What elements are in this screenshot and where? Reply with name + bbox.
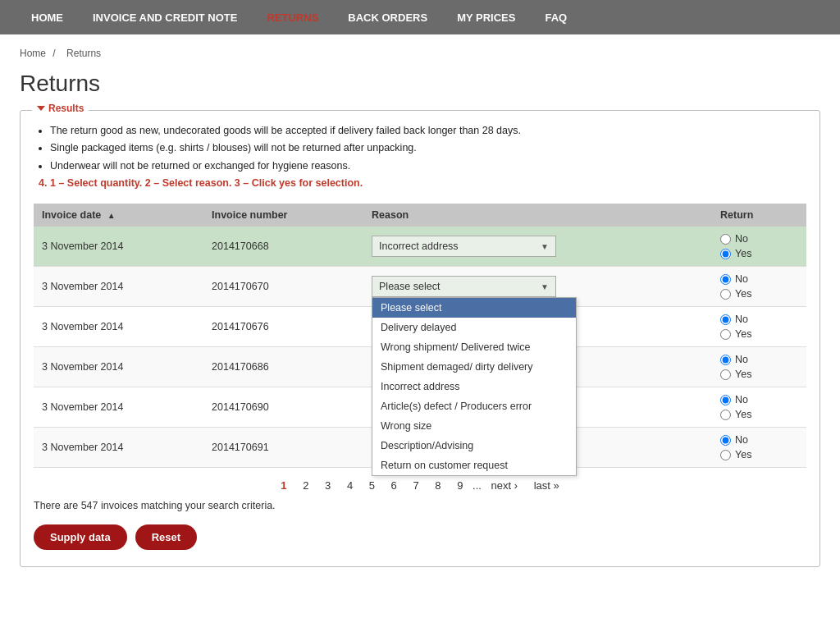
return-cell-6: No Yes (712, 428, 806, 468)
breadcrumb-separator: / (52, 48, 55, 59)
invoice-date-1: 3 November 2014 (34, 227, 203, 267)
dropdown-option-delivery-delayed[interactable]: Delivery delayed (372, 318, 576, 337)
page-9[interactable]: 9 (452, 478, 468, 493)
info-item-2: Single packaged items (e.g. shirts / blo… (50, 140, 806, 157)
radio-group-6: No Yes (720, 434, 798, 460)
invoice-number-1: 2014170668 (203, 227, 363, 267)
nav-faq[interactable]: FAQ (530, 0, 582, 34)
invoice-date-5: 3 November 2014 (34, 387, 203, 428)
radio-yes-4[interactable]: Yes (720, 369, 751, 380)
action-buttons: Supply data Reset (34, 524, 806, 550)
info-item-3: Underwear will not be returned or exchan… (50, 158, 806, 175)
radio-group-5: No Yes (720, 394, 798, 420)
dropdown-option-return-customer[interactable]: Return on customer request (372, 456, 576, 475)
page-7[interactable]: 7 (408, 478, 423, 493)
radio-group-1: No Yes (720, 233, 798, 259)
th-invoice-date[interactable]: Invoice date ▲ (34, 204, 203, 227)
radio-no-1[interactable]: No (720, 233, 748, 245)
radio-yes-6[interactable]: Yes (720, 449, 751, 460)
dropdown-arrow-2: ▼ (541, 282, 549, 291)
dropdown-option-wrong-shipment[interactable]: Wrong shipment/ Delivered twice (372, 337, 576, 357)
pagination-last[interactable]: last » (529, 478, 564, 493)
invoice-date-6: 3 November 2014 (34, 428, 203, 468)
th-return: Return (712, 204, 806, 227)
invoice-date-2: 3 November 2014 (34, 267, 203, 307)
reason-dropdown-1[interactable]: Incorrect address ▼ (372, 236, 556, 257)
radio-no-5[interactable]: No (720, 394, 748, 405)
radio-yes-3[interactable]: Yes (720, 328, 751, 340)
dropdown-option-wrong-size[interactable]: Wrong size (372, 416, 576, 436)
radio-yes-2[interactable]: Yes (720, 288, 751, 300)
collapse-icon[interactable] (37, 106, 45, 111)
dropdown-option-incorrect-address[interactable]: Incorrect address (372, 377, 576, 396)
reset-button[interactable]: Reset (135, 524, 197, 550)
page-6[interactable]: 6 (386, 478, 402, 493)
breadcrumb: Home / Returns (20, 48, 820, 59)
page-4[interactable]: 4 (342, 478, 358, 493)
radio-yes-5[interactable]: Yes (720, 409, 751, 420)
page-8[interactable]: 8 (430, 478, 445, 493)
invoice-date-4: 3 November 2014 (34, 347, 203, 387)
results-legend: Results (32, 103, 89, 114)
th-invoice-number: Invoice number (203, 204, 363, 227)
results-panel: Results The return good as new, undecora… (20, 110, 820, 567)
breadcrumb-home[interactable]: Home (20, 48, 46, 59)
return-cell-5: No Yes (712, 387, 806, 428)
nav-my-prices[interactable]: MY PRICES (442, 0, 530, 34)
navigation: HOME INVOICE AND CREDIT NOTE RETURNS BAC… (0, 0, 840, 34)
radio-group-3: No Yes (720, 314, 798, 340)
match-text: There are 547 invoices matching your sea… (34, 500, 806, 511)
radio-yes-1[interactable]: Yes (720, 248, 751, 259)
nav-invoice[interactable]: INVOICE AND CREDIT NOTE (78, 0, 252, 34)
radio-no-3[interactable]: No (720, 314, 748, 325)
info-list: The return good as new, undecorated good… (34, 122, 806, 192)
page-5[interactable]: 5 (364, 478, 380, 493)
dropdown-option-article-defect[interactable]: Article(s) defect / Producers error (372, 396, 576, 416)
radio-no-4[interactable]: No (720, 354, 748, 365)
pagination: 1 2 3 4 5 6 7 8 9 ... next › last » (34, 478, 806, 493)
return-cell-2: No Yes (712, 267, 806, 307)
reason-dropdown-header-2[interactable]: Please select ▼ (372, 276, 556, 297)
nav-home[interactable]: HOME (16, 0, 78, 34)
invoice-date-3: 3 November 2014 (34, 307, 203, 347)
invoice-number-5: 2014170690 (203, 387, 363, 428)
table-row: 3 November 2014 2014170668 Incorrect add… (34, 227, 806, 267)
page-title: Returns (20, 71, 820, 97)
page-3[interactable]: 3 (320, 478, 336, 493)
reason-cell-1: Incorrect address ▼ (363, 227, 712, 267)
radio-no-2[interactable]: No (720, 273, 748, 285)
sort-icon: ▲ (107, 211, 116, 220)
invoice-table: Invoice date ▲ Invoice number Reason Ret… (34, 204, 806, 468)
invoice-number-4: 2014170686 (203, 347, 363, 387)
dropdown-option-description[interactable]: Description/Advising (372, 436, 576, 456)
breadcrumb-current: Returns (66, 48, 101, 59)
return-cell-1: No Yes (712, 227, 806, 267)
radio-group-4: No Yes (720, 354, 798, 380)
reason-cell-2: Please select ▼ Please select Delivery d… (363, 267, 712, 307)
return-cell-3: No Yes (712, 307, 806, 347)
table-row: 3 November 2014 2014170670 Please select… (34, 267, 806, 307)
page-2[interactable]: 2 (298, 478, 313, 493)
supply-data-button[interactable]: Supply data (34, 524, 127, 550)
nav-back-orders[interactable]: BACK ORDERS (333, 0, 442, 34)
page-content: Home / Returns Returns Results The retur… (0, 34, 840, 632)
nav-returns[interactable]: RETURNS (252, 0, 333, 34)
invoice-number-3: 2014170676 (203, 307, 363, 347)
invoice-number-2: 2014170670 (203, 267, 363, 307)
radio-no-6[interactable]: No (720, 434, 748, 446)
pagination-ellipsis: ... (472, 479, 484, 492)
dropdown-option-please-select[interactable]: Please select (372, 298, 576, 318)
th-reason: Reason (363, 204, 712, 227)
reason-dropdown-2[interactable]: Please select ▼ Please select Delivery d… (372, 276, 556, 297)
return-cell-4: No Yes (712, 347, 806, 387)
radio-group-2: No Yes (720, 273, 798, 300)
invoice-number-6: 2014170691 (203, 428, 363, 468)
dropdown-option-shipment-damaged[interactable]: Shipment demaged/ dirty delivery (372, 357, 576, 377)
reason-dropdown-list-2: Please select Delivery delayed Wrong shi… (372, 297, 577, 476)
info-steps: 1 – Select quantity. 2 – Select reason. … (50, 175, 806, 192)
dropdown-arrow-1: ▼ (541, 242, 549, 251)
page-1[interactable]: 1 (276, 478, 291, 493)
pagination-next[interactable]: next › (486, 478, 523, 493)
reason-dropdown-header-1[interactable]: Incorrect address ▼ (372, 236, 556, 257)
info-item-1: The return good as new, undecorated good… (50, 122, 806, 140)
